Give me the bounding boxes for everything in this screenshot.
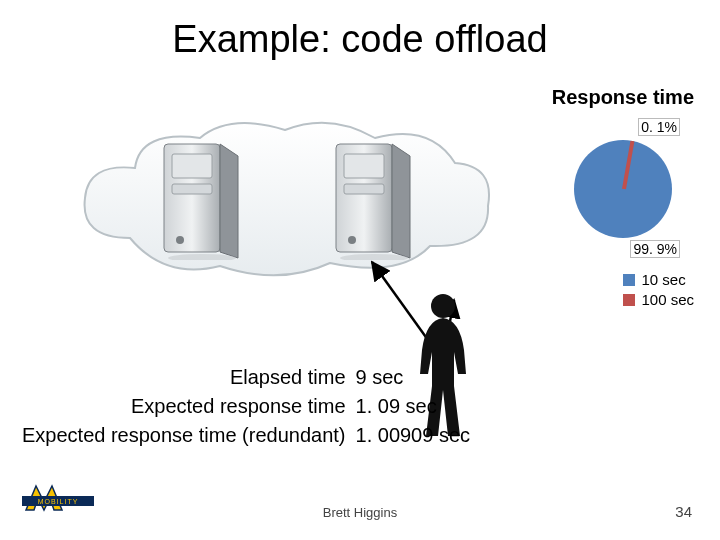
stats-block: Elapsed time 9 sec Expected response tim… xyxy=(20,362,480,451)
stat-key: Elapsed time xyxy=(22,364,354,391)
svg-rect-3 xyxy=(172,184,212,194)
cloud-icon xyxy=(70,118,500,286)
legend-label: 10 sec xyxy=(641,271,685,288)
stat-key: Expected response time (redundant) xyxy=(22,422,354,449)
legend-swatch-red xyxy=(623,294,635,306)
server-icon xyxy=(330,138,416,260)
svg-point-10 xyxy=(348,236,356,244)
legend-item: 100 sec xyxy=(623,291,694,308)
stat-val: 1. 00909 sec xyxy=(356,422,479,449)
legend-swatch-blue xyxy=(623,274,635,286)
stat-key: Expected response time xyxy=(22,393,354,420)
svg-marker-7 xyxy=(392,144,410,258)
chart-title: Response time xyxy=(552,86,694,109)
chart-legend: 10 sec 100 sec xyxy=(623,268,694,311)
svg-point-4 xyxy=(176,236,184,244)
stat-row: Expected response time (redundant) 1. 00… xyxy=(22,422,478,449)
server-icon xyxy=(158,138,244,260)
svg-point-5 xyxy=(168,254,236,260)
pie-sliver xyxy=(622,140,634,189)
svg-point-11 xyxy=(340,254,408,260)
legend-item: 10 sec xyxy=(623,271,694,288)
page-number: 34 xyxy=(675,503,692,520)
pie-body xyxy=(574,140,672,238)
slide: Example: code offload Response time 0. 1… xyxy=(0,0,720,540)
svg-rect-9 xyxy=(344,184,384,194)
legend-label: 100 sec xyxy=(641,291,694,308)
page-title: Example: code offload xyxy=(0,18,720,61)
pie-label-small: 0. 1% xyxy=(638,118,680,136)
stat-row: Elapsed time 9 sec xyxy=(22,364,478,391)
svg-marker-1 xyxy=(220,144,238,258)
logo-text: MOBILITY xyxy=(38,498,79,505)
stat-val: 9 sec xyxy=(356,364,479,391)
svg-point-14 xyxy=(431,294,455,318)
footer-author: Brett Higgins xyxy=(0,505,720,520)
svg-rect-8 xyxy=(344,154,384,178)
pie-label-large: 99. 9% xyxy=(630,240,680,258)
stat-val: 1. 09 sec xyxy=(356,393,479,420)
stat-row: Expected response time 1. 09 sec xyxy=(22,393,478,420)
svg-rect-2 xyxy=(172,154,212,178)
pie-chart: 0. 1% 99. 9% xyxy=(564,118,682,258)
